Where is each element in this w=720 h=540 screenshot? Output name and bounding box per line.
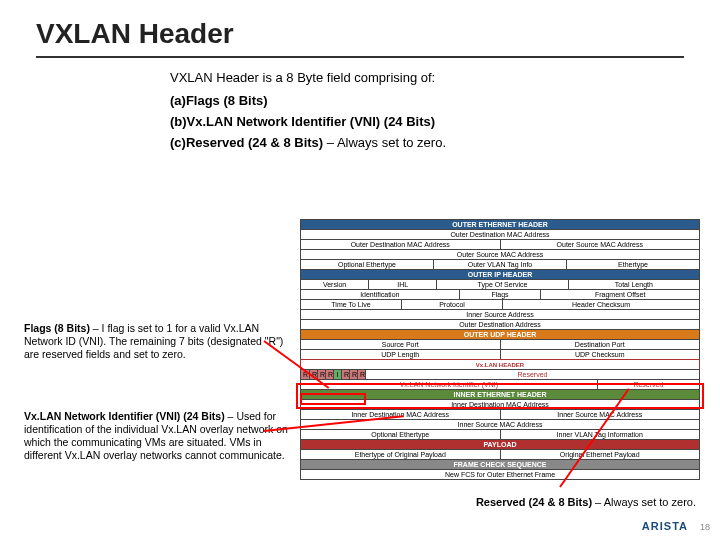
cell: Ethertype of Original Payload bbox=[301, 450, 500, 459]
cell: Identification bbox=[301, 290, 459, 299]
oudp-r2: UDP LengthUDP Checksum bbox=[300, 349, 700, 360]
note-vni-bold: Vx.LAN Network Identifier (VNI) (24 Bits… bbox=[24, 410, 225, 422]
cell: Outer Source MAC Address bbox=[500, 240, 700, 249]
cell: UDP Length bbox=[301, 350, 500, 359]
cell: Total Length bbox=[568, 280, 699, 289]
oip-r2: IdentificationFlagsFragment Offset bbox=[300, 289, 700, 300]
bullet-b-tag: (b) bbox=[170, 114, 187, 129]
cell: Protocol bbox=[401, 300, 502, 309]
title-rule bbox=[36, 56, 684, 58]
cell: Fragment Offset bbox=[540, 290, 699, 299]
cell: Inner Source MAC Address bbox=[500, 410, 700, 419]
bullet-c: (c)Reserved (24 & 8 Bits) – Always set t… bbox=[0, 135, 720, 150]
cell: Flags bbox=[459, 290, 541, 299]
note-reserved: Reserved (24 & 8 Bits) – Always set to z… bbox=[476, 496, 696, 508]
cell: Optional Ethertype bbox=[301, 260, 433, 269]
bullet-a: (a)Flags (8 Bits) bbox=[0, 93, 720, 108]
note-flags: Flags (8 Bits) – I flag is set to 1 for … bbox=[24, 322, 294, 361]
cell: Outer Destination MAC Address bbox=[301, 230, 699, 239]
bullet-b: (b)Vx.LAN Network Identifier (VNI) (24 B… bbox=[0, 114, 720, 129]
bullet-c-text: Reserved (24 & 8 Bits) bbox=[186, 135, 323, 150]
packet-diagram: OUTER ETHERNET HEADER Outer Destination … bbox=[300, 220, 700, 480]
cell: Header Checksum bbox=[502, 300, 699, 309]
cell: Original Ethernet Payload bbox=[500, 450, 700, 459]
cell: Type Of Service bbox=[436, 280, 567, 289]
note-vni: Vx.LAN Network Identifier (VNI) (24 Bits… bbox=[24, 410, 294, 463]
vxlan-flags-row: R R R R I R R R Reserved bbox=[300, 369, 700, 380]
oeth-r3: Outer Source MAC Address bbox=[300, 249, 700, 260]
cell-reserved: Reserved bbox=[365, 370, 699, 379]
note-reserved-bold: Reserved (24 & 8 Bits) bbox=[476, 496, 592, 508]
bullet-c-suffix: – Always set to zero. bbox=[323, 135, 446, 150]
bullet-a-text: Flags (8 Bits) bbox=[186, 93, 268, 108]
cell: Outer Destination Address bbox=[301, 320, 699, 329]
oeth-r1: Outer Destination MAC Address bbox=[300, 229, 700, 240]
bullet-a-tag: (a) bbox=[170, 93, 186, 108]
oeth-r2: Outer Destination MAC AddressOuter Sourc… bbox=[300, 239, 700, 250]
oeth-r4: Optional EthertypeOuter VLAN Tag InfoEth… bbox=[300, 259, 700, 270]
ieth-r2: Inner Destination MAC AddressInner Sourc… bbox=[300, 409, 700, 420]
slide-title: VXLAN Header bbox=[0, 0, 720, 56]
cell: Outer VLAN Tag Info bbox=[433, 260, 566, 269]
flag-r: R bbox=[317, 370, 325, 379]
cell-vni: Vx.LAN Network Identifier (VNI) bbox=[301, 380, 597, 389]
bullet-c-tag: (c) bbox=[170, 135, 186, 150]
brand-logo: ARISTA bbox=[642, 520, 688, 532]
cell: Inner Destination MAC Address bbox=[301, 400, 699, 409]
cell: Inner Source Address bbox=[301, 310, 699, 319]
cell: IHL bbox=[368, 280, 436, 289]
cell: Version bbox=[301, 280, 368, 289]
fcs-r1: New FCS for Outer Ethernet Frame bbox=[300, 469, 700, 480]
payload-r1: Ethertype of Original PayloadOriginal Et… bbox=[300, 449, 700, 460]
page-number: 18 bbox=[700, 522, 710, 532]
ieth-r1: Inner Destination MAC Address bbox=[300, 399, 700, 410]
oip-r3: Time To LiveProtocolHeader Checksum bbox=[300, 299, 700, 310]
flag-r: R bbox=[357, 370, 365, 379]
oip-r1: VersionIHLType Of ServiceTotal Length bbox=[300, 279, 700, 290]
cell: Outer Source MAC Address bbox=[301, 250, 699, 259]
flag-r: R bbox=[349, 370, 357, 379]
cell: Optional Ethertype bbox=[301, 430, 500, 439]
cell: Time To Live bbox=[301, 300, 401, 309]
cell: Ethertype bbox=[566, 260, 699, 269]
ieth-r4: Optional EthertypeInner VLAN Tag Informa… bbox=[300, 429, 700, 440]
cell-reserved2: Reserved bbox=[597, 380, 699, 389]
note-flags-bold: Flags (8 Bits) bbox=[24, 322, 90, 334]
cell: New FCS for Outer Ethernet Frame bbox=[301, 470, 699, 479]
flag-r: R bbox=[325, 370, 333, 379]
cell: UDP Checksum bbox=[500, 350, 700, 359]
vxlan-vni-row: Vx.LAN Network Identifier (VNI)Reserved bbox=[300, 379, 700, 390]
cell: Source Port bbox=[301, 340, 500, 349]
oip-r4: Inner Source Address bbox=[300, 309, 700, 320]
note-reserved-rest: – Always set to zero. bbox=[592, 496, 696, 508]
flag-i: I bbox=[333, 370, 341, 379]
oudp-r1: Source PortDestination Port bbox=[300, 339, 700, 350]
bullet-b-text: Vx.LAN Network Identifier (VNI) (24 Bits… bbox=[187, 114, 435, 129]
intro-text: VXLAN Header is a 8 Byte field comprisin… bbox=[0, 70, 720, 85]
flag-r: R bbox=[341, 370, 349, 379]
cell: Outer Destination MAC Address bbox=[301, 240, 500, 249]
oip-r5: Outer Destination Address bbox=[300, 319, 700, 330]
vxlan-header-label: Vx.LAN HEADER bbox=[476, 362, 524, 368]
cell: Destination Port bbox=[500, 340, 700, 349]
